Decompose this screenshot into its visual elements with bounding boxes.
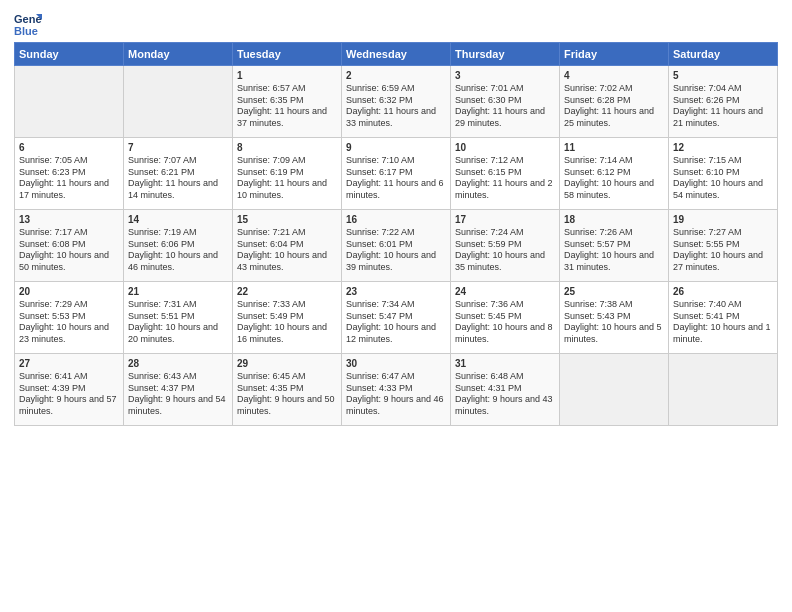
sunset-text: Sunset: 6:17 PM — [346, 167, 413, 177]
sunrise-text: Sunrise: 7:14 AM — [564, 155, 633, 165]
day-header-saturday: Saturday — [669, 43, 778, 66]
sunset-text: Sunset: 5:53 PM — [19, 311, 86, 321]
day-cell: 15 Sunrise: 7:21 AM Sunset: 6:04 PM Dayl… — [233, 210, 342, 282]
daylight-text: Daylight: 10 hours and 1 minute. — [673, 322, 771, 344]
day-cell: 6 Sunrise: 7:05 AM Sunset: 6:23 PM Dayli… — [15, 138, 124, 210]
sunrise-text: Sunrise: 6:41 AM — [19, 371, 88, 381]
day-number: 24 — [455, 285, 555, 298]
day-cell: 26 Sunrise: 7:40 AM Sunset: 5:41 PM Dayl… — [669, 282, 778, 354]
day-cell: 22 Sunrise: 7:33 AM Sunset: 5:49 PM Dayl… — [233, 282, 342, 354]
day-number: 16 — [346, 213, 446, 226]
sunset-text: Sunset: 5:57 PM — [564, 239, 631, 249]
day-number: 21 — [128, 285, 228, 298]
sunrise-text: Sunrise: 7:12 AM — [455, 155, 524, 165]
day-cell — [669, 354, 778, 426]
daylight-text: Daylight: 10 hours and 12 minutes. — [346, 322, 436, 344]
daylight-text: Daylight: 10 hours and 58 minutes. — [564, 178, 654, 200]
day-cell: 2 Sunrise: 6:59 AM Sunset: 6:32 PM Dayli… — [342, 66, 451, 138]
week-row-4: 20 Sunrise: 7:29 AM Sunset: 5:53 PM Dayl… — [15, 282, 778, 354]
sunset-text: Sunset: 6:32 PM — [346, 95, 413, 105]
daylight-text: Daylight: 10 hours and 23 minutes. — [19, 322, 109, 344]
day-number: 15 — [237, 213, 337, 226]
sunrise-text: Sunrise: 7:09 AM — [237, 155, 306, 165]
daylight-text: Daylight: 10 hours and 46 minutes. — [128, 250, 218, 272]
day-number: 4 — [564, 69, 664, 82]
day-cell: 9 Sunrise: 7:10 AM Sunset: 6:17 PM Dayli… — [342, 138, 451, 210]
sunrise-text: Sunrise: 7:05 AM — [19, 155, 88, 165]
day-header-wednesday: Wednesday — [342, 43, 451, 66]
day-cell: 24 Sunrise: 7:36 AM Sunset: 5:45 PM Dayl… — [451, 282, 560, 354]
sunrise-text: Sunrise: 7:19 AM — [128, 227, 197, 237]
day-number: 3 — [455, 69, 555, 82]
daylight-text: Daylight: 9 hours and 57 minutes. — [19, 394, 117, 416]
day-cell: 25 Sunrise: 7:38 AM Sunset: 5:43 PM Dayl… — [560, 282, 669, 354]
day-cell: 30 Sunrise: 6:47 AM Sunset: 4:33 PM Dayl… — [342, 354, 451, 426]
day-number: 25 — [564, 285, 664, 298]
day-cell: 8 Sunrise: 7:09 AM Sunset: 6:19 PM Dayli… — [233, 138, 342, 210]
day-number: 7 — [128, 141, 228, 154]
day-number: 6 — [19, 141, 119, 154]
sunrise-text: Sunrise: 7:36 AM — [455, 299, 524, 309]
daylight-text: Daylight: 9 hours and 46 minutes. — [346, 394, 444, 416]
sunrise-text: Sunrise: 7:07 AM — [128, 155, 197, 165]
day-cell — [124, 66, 233, 138]
day-number: 27 — [19, 357, 119, 370]
sunrise-text: Sunrise: 7:34 AM — [346, 299, 415, 309]
sunset-text: Sunset: 5:41 PM — [673, 311, 740, 321]
day-cell: 1 Sunrise: 6:57 AM Sunset: 6:35 PM Dayli… — [233, 66, 342, 138]
sunset-text: Sunset: 4:33 PM — [346, 383, 413, 393]
sunset-text: Sunset: 5:43 PM — [564, 311, 631, 321]
daylight-text: Daylight: 11 hours and 29 minutes. — [455, 106, 545, 128]
daylight-text: Daylight: 10 hours and 20 minutes. — [128, 322, 218, 344]
day-cell: 23 Sunrise: 7:34 AM Sunset: 5:47 PM Dayl… — [342, 282, 451, 354]
daylight-text: Daylight: 11 hours and 6 minutes. — [346, 178, 444, 200]
day-number: 9 — [346, 141, 446, 154]
daylight-text: Daylight: 10 hours and 54 minutes. — [673, 178, 763, 200]
day-header-monday: Monday — [124, 43, 233, 66]
day-cell: 31 Sunrise: 6:48 AM Sunset: 4:31 PM Dayl… — [451, 354, 560, 426]
sunset-text: Sunset: 4:37 PM — [128, 383, 195, 393]
daylight-text: Daylight: 10 hours and 35 minutes. — [455, 250, 545, 272]
day-number: 26 — [673, 285, 773, 298]
day-number: 18 — [564, 213, 664, 226]
sunrise-text: Sunrise: 7:22 AM — [346, 227, 415, 237]
sunrise-text: Sunrise: 7:10 AM — [346, 155, 415, 165]
sunset-text: Sunset: 6:10 PM — [673, 167, 740, 177]
sunset-text: Sunset: 6:35 PM — [237, 95, 304, 105]
sunrise-text: Sunrise: 7:04 AM — [673, 83, 742, 93]
day-cell: 21 Sunrise: 7:31 AM Sunset: 5:51 PM Dayl… — [124, 282, 233, 354]
sunset-text: Sunset: 5:55 PM — [673, 239, 740, 249]
day-cell: 12 Sunrise: 7:15 AM Sunset: 6:10 PM Dayl… — [669, 138, 778, 210]
day-number: 23 — [346, 285, 446, 298]
sunrise-text: Sunrise: 7:29 AM — [19, 299, 88, 309]
daylight-text: Daylight: 9 hours and 43 minutes. — [455, 394, 553, 416]
sunset-text: Sunset: 6:23 PM — [19, 167, 86, 177]
day-header-sunday: Sunday — [15, 43, 124, 66]
day-number: 8 — [237, 141, 337, 154]
daylight-text: Daylight: 10 hours and 50 minutes. — [19, 250, 109, 272]
sunset-text: Sunset: 4:39 PM — [19, 383, 86, 393]
sunset-text: Sunset: 6:19 PM — [237, 167, 304, 177]
day-cell: 19 Sunrise: 7:27 AM Sunset: 5:55 PM Dayl… — [669, 210, 778, 282]
daylight-text: Daylight: 11 hours and 21 minutes. — [673, 106, 763, 128]
day-cell: 5 Sunrise: 7:04 AM Sunset: 6:26 PM Dayli… — [669, 66, 778, 138]
day-cell: 4 Sunrise: 7:02 AM Sunset: 6:28 PM Dayli… — [560, 66, 669, 138]
sunrise-text: Sunrise: 7:31 AM — [128, 299, 197, 309]
day-number: 14 — [128, 213, 228, 226]
daylight-text: Daylight: 9 hours and 54 minutes. — [128, 394, 226, 416]
sunset-text: Sunset: 6:12 PM — [564, 167, 631, 177]
sunrise-text: Sunrise: 6:45 AM — [237, 371, 306, 381]
sunrise-text: Sunrise: 7:01 AM — [455, 83, 524, 93]
daylight-text: Daylight: 11 hours and 17 minutes. — [19, 178, 109, 200]
day-cell: 7 Sunrise: 7:07 AM Sunset: 6:21 PM Dayli… — [124, 138, 233, 210]
calendar-table: SundayMondayTuesdayWednesdayThursdayFrid… — [14, 42, 778, 426]
week-row-1: 1 Sunrise: 6:57 AM Sunset: 6:35 PM Dayli… — [15, 66, 778, 138]
sunrise-text: Sunrise: 6:48 AM — [455, 371, 524, 381]
sunset-text: Sunset: 6:28 PM — [564, 95, 631, 105]
header-row: General Blue — [14, 10, 778, 38]
sunrise-text: Sunrise: 7:24 AM — [455, 227, 524, 237]
daylight-text: Daylight: 11 hours and 2 minutes. — [455, 178, 553, 200]
day-cell: 3 Sunrise: 7:01 AM Sunset: 6:30 PM Dayli… — [451, 66, 560, 138]
sunrise-text: Sunrise: 7:21 AM — [237, 227, 306, 237]
day-cell: 18 Sunrise: 7:26 AM Sunset: 5:57 PM Dayl… — [560, 210, 669, 282]
